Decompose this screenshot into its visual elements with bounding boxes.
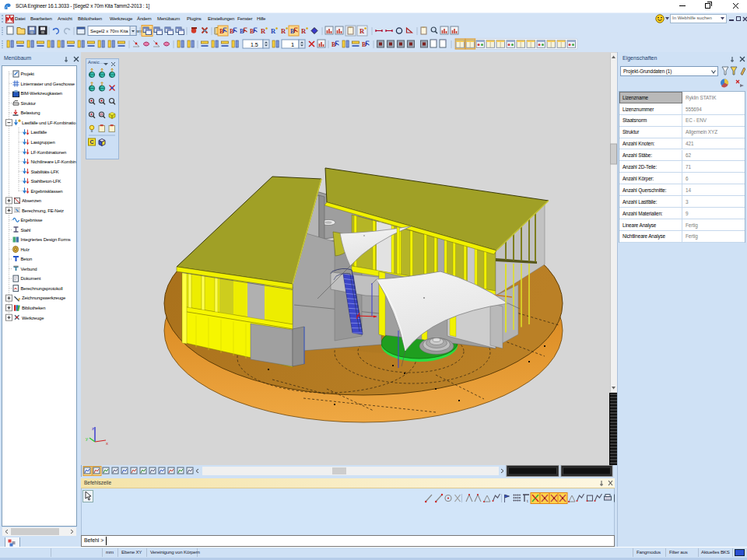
svg-text:Stahlbeton-LFK: Stahlbeton-LFK	[31, 179, 61, 184]
svg-text:Stahl: Stahl	[21, 228, 31, 233]
svg-text:R: R	[281, 27, 286, 35]
svg-text:y: y	[86, 436, 88, 441]
svg-text:z: z	[92, 426, 94, 431]
svg-text:Lastgruppen: Lastgruppen	[31, 140, 55, 145]
svg-text:R: R	[301, 27, 307, 35]
svg-text:LF-Kombinationen: LF-Kombinationen	[31, 150, 67, 155]
svg-text:Projekt: Projekt	[21, 72, 35, 76]
svg-text:Stabilitäts-LFK: Stabilitäts-LFK	[31, 170, 59, 174]
svg-text:t: t	[527, 499, 528, 503]
svg-text:Berechnungsprotokoll: Berechnungsprotokoll	[21, 286, 63, 291]
svg-text:Absenzen: Absenzen	[22, 198, 41, 203]
svg-text:Holz: Holz	[21, 247, 30, 252]
svg-text:Segel2 x 70m Kita Tamm…: Segel2 x 70m Kita Tamm…	[90, 29, 147, 33]
svg-text:Belastung: Belastung	[21, 110, 40, 115]
svg-text:C: C	[90, 139, 94, 145]
svg-text:Ergebnisse: Ergebnisse	[21, 218, 44, 222]
svg-text:Integriertes Design Forms: Integriertes Design Forms	[21, 237, 71, 242]
svg-text:Ergebnisklassen: Ergebnisklassen	[31, 189, 63, 194]
svg-text:Verbund: Verbund	[21, 267, 37, 271]
svg-text:Struktur: Struktur	[21, 101, 37, 106]
svg-text:Lastfälle und LF-Kombinatio: Lastfälle und LF-Kombinatio	[22, 121, 76, 125]
svg-text:Zeichnungswerkzeuge: Zeichnungswerkzeuge	[22, 296, 66, 300]
svg-text:x: x	[106, 441, 108, 446]
svg-text:R: R	[359, 27, 365, 35]
svg-text:R: R	[271, 27, 276, 35]
svg-text:Lastfälle: Lastfälle	[31, 130, 47, 135]
svg-text:Dokument: Dokument	[21, 276, 41, 281]
svg-text:Werkzeuge: Werkzeuge	[22, 316, 44, 320]
svg-text:R: R	[261, 27, 266, 35]
svg-text:Bibliotheken: Bibliotheken	[22, 306, 45, 310]
svg-text:1.5: 1.5	[251, 42, 258, 47]
svg-text:BIM-Werkzeugkasten: BIM-Werkzeugkasten	[21, 91, 63, 96]
svg-text:Nichtlineare LF-Kombin: Nichtlineare LF-Kombin	[31, 159, 76, 164]
svg-text:Beton: Beton	[21, 257, 33, 261]
svg-text:1: 1	[291, 41, 294, 48]
svg-text:Berechnung, FE-Netz: Berechnung, FE-Netz	[22, 208, 64, 213]
svg-text:Linienraster und Geschosse: Linienraster und Geschosse	[21, 82, 75, 86]
